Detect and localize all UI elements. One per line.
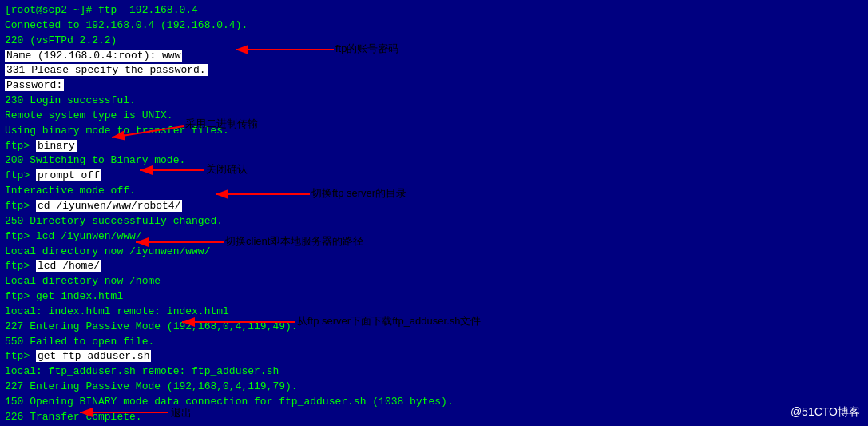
- line-3: 220 (vsFTPd 2.2.2): [5, 34, 863, 49]
- annotation-account-password: ftp的账号密码: [335, 42, 398, 56]
- line-2: Connected to 192.168.0.4 (192.168.0.4).: [5, 18, 863, 34]
- line-8: Remote system type is UNIX.: [5, 109, 863, 124]
- line-26: 227 Entering Passive Mode (192,168,0,4,1…: [5, 380, 863, 395]
- line-9: Using binary mode to transfer files.: [5, 124, 863, 139]
- cmd-binary: binary: [36, 140, 77, 152]
- line-13: Interactive mode off.: [5, 184, 863, 199]
- line-25: local: ftp_adduser.sh remote: ftp_adduse…: [5, 364, 863, 380]
- line-1: [root@scp2 ~]# ftp 192.168.0.4: [5, 3, 863, 18]
- line-10: ftp> binary: [5, 139, 863, 154]
- highlight-password-prompt: 331 Please specify the password.: [5, 64, 208, 76]
- terminal: [root@scp2 ~]# ftp 192.168.0.4 Connected…: [0, 0, 868, 426]
- annotation-close-confirm: 关闭确认: [206, 162, 248, 177]
- watermark: @51CTO博客: [791, 405, 860, 420]
- annotation-ftp-dir: 切换ftp server的目录: [311, 186, 406, 201]
- line-16: ftp> lcd /iyunwen/www/: [5, 229, 863, 245]
- highlight-name: Name (192.168.0.4:root): www: [5, 50, 182, 62]
- line-17: Local directory now /iyunwen/www/: [5, 245, 863, 260]
- annotation-quit: 退出: [171, 406, 192, 420]
- line-23: 550 Failed to open file.: [5, 335, 863, 350]
- line-11: 200 Switching to Binary mode.: [5, 153, 863, 169]
- line-18: ftp> lcd /home/: [5, 259, 863, 274]
- line-7: 230 Login successful.: [5, 94, 863, 109]
- cmd-lcd-home: lcd /home/: [36, 260, 101, 272]
- cmd-cd: cd /iyunwen/www/robot4/: [36, 200, 182, 212]
- line-15: 250 Directory successfully changed.: [5, 214, 863, 229]
- line-20: ftp> get index.html: [5, 289, 863, 305]
- annotation-client-path: 切换client即本地服务器的路径: [225, 234, 363, 249]
- cmd-get-ftp-adduser: get ftp_adduser.sh: [36, 350, 151, 362]
- annotation-binary-transfer: 采用二进制传输: [185, 117, 258, 131]
- line-12: ftp> prompt off: [5, 169, 863, 184]
- line-5: 331 Please specify the password.: [5, 63, 863, 78]
- highlight-password: Password:: [5, 79, 64, 91]
- line-28: 226 Transfer complete.: [5, 410, 863, 425]
- annotation-download-file: 从ftp server下面下载ftp_adduser.sh文件: [297, 314, 481, 328]
- line-6: Password:: [5, 78, 863, 94]
- line-4: Name (192.168.0.4:root): www: [5, 49, 863, 64]
- cmd-prompt-off: prompt off: [36, 169, 101, 181]
- line-14: ftp> cd /iyunwen/www/robot4/: [5, 199, 863, 214]
- line-27: 150 Opening BINARY mode data connection …: [5, 395, 863, 410]
- line-24: ftp> get ftp_adduser.sh: [5, 349, 863, 364]
- line-19: Local directory now /home: [5, 274, 863, 289]
